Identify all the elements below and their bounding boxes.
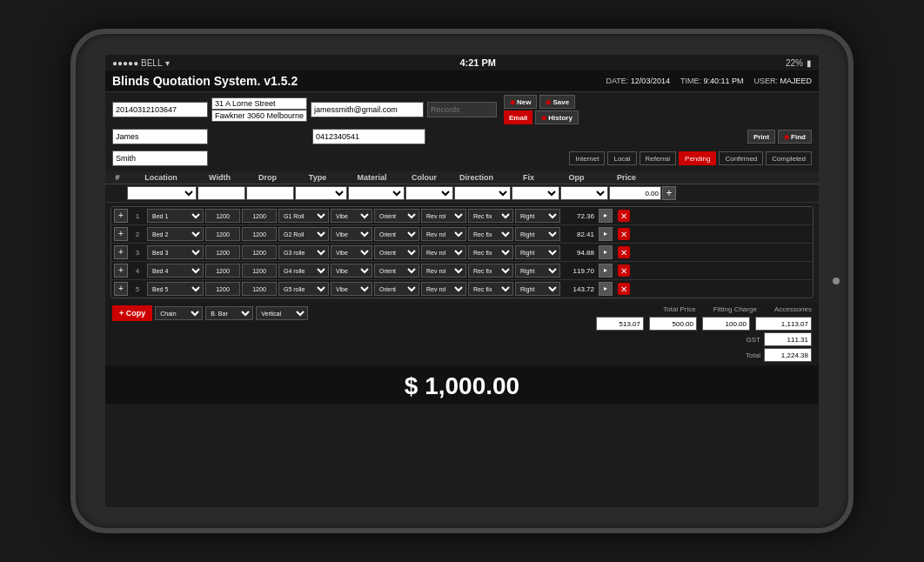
type-select[interactable]: G1 Roll — [278, 209, 329, 223]
row-expand-btn[interactable]: ▸ — [599, 209, 613, 223]
width-input[interactable] — [205, 227, 240, 241]
direction-select[interactable]: Rev rol — [421, 245, 466, 259]
vertical-select[interactable]: Vertical — [256, 306, 308, 320]
record-id-input[interactable] — [112, 102, 208, 117]
row-expand-btn[interactable]: ▸ — [599, 264, 613, 278]
new-material-select[interactable] — [348, 186, 405, 200]
location-select[interactable]: Bed 2 — [147, 227, 204, 241]
new-type-select[interactable] — [295, 186, 347, 200]
width-input[interactable] — [205, 282, 240, 296]
confirmed-btn[interactable]: Confirmed — [719, 151, 763, 165]
direction-select[interactable]: Rev rol — [421, 282, 466, 296]
address-line2-input[interactable] — [211, 110, 307, 122]
email-button[interactable]: Email — [504, 110, 532, 124]
new-drop-input[interactable] — [246, 186, 294, 200]
drop-input[interactable] — [242, 282, 277, 296]
fix-select[interactable]: Rec fix — [468, 264, 513, 278]
direction-select[interactable]: Rev rol — [421, 209, 466, 223]
chain-select[interactable]: Chain — [155, 306, 203, 320]
row-add-btn[interactable]: + — [114, 245, 128, 259]
address-line1-input[interactable] — [211, 97, 307, 110]
material-select[interactable]: Vibe — [331, 264, 372, 278]
new-location-select[interactable] — [127, 186, 197, 200]
row-expand-btn[interactable]: ▸ — [599, 245, 613, 259]
location-select[interactable]: Bed 1 — [147, 209, 204, 223]
fitting-input[interactable] — [649, 317, 697, 331]
records-input[interactable] — [427, 102, 497, 117]
pending-btn[interactable]: Pending — [679, 151, 716, 165]
row-expand-btn[interactable]: ▸ — [599, 227, 613, 241]
bbar-select[interactable]: B. Bar — [205, 306, 253, 320]
fix-select[interactable]: Rec fix — [468, 282, 513, 296]
phone-input[interactable] — [312, 129, 425, 144]
colour-select[interactable]: Orient — [374, 264, 419, 278]
colour-select[interactable]: Orient — [374, 245, 419, 259]
fix-select[interactable]: Rec fix — [468, 227, 513, 241]
row-add-btn[interactable]: + — [114, 282, 128, 296]
direction-select[interactable]: Rev rol — [421, 227, 466, 241]
new-width-input[interactable] — [198, 186, 245, 200]
new-price-input[interactable] — [609, 186, 661, 200]
row-add-btn[interactable]: + — [114, 264, 128, 278]
colour-select[interactable]: Orient — [374, 282, 419, 296]
row-delete-btn[interactable]: ✕ — [618, 283, 630, 295]
lastname-input[interactable] — [112, 151, 208, 166]
new-direction-select[interactable] — [454, 186, 511, 200]
print-button[interactable]: Print — [747, 130, 775, 144]
location-select[interactable]: Bed 4 — [147, 264, 204, 278]
drop-input[interactable] — [242, 209, 277, 223]
drop-input[interactable] — [242, 245, 277, 259]
new-fix-select[interactable] — [512, 186, 559, 200]
row-delete-btn[interactable]: ✕ — [618, 228, 630, 240]
row-delete-btn[interactable]: ✕ — [618, 264, 630, 277]
gst-input[interactable] — [764, 332, 812, 346]
material-select[interactable]: Vibe — [331, 227, 372, 241]
grand-total-right-input[interactable] — [755, 317, 812, 331]
drop-input[interactable] — [242, 264, 277, 278]
new-button[interactable]: ◆ New — [504, 95, 537, 109]
opp-select[interactable]: Right — [515, 209, 560, 223]
width-input[interactable] — [205, 209, 240, 223]
find-button[interactable]: ◆ Find — [778, 130, 812, 144]
row-add-btn[interactable]: + — [114, 227, 128, 241]
local-btn[interactable]: Local — [607, 151, 636, 165]
direction-select[interactable]: Rev rol — [421, 264, 466, 278]
new-colour-select[interactable] — [405, 186, 453, 200]
drop-input[interactable] — [242, 227, 277, 241]
email-input[interactable] — [311, 102, 424, 117]
history-button[interactable]: ◆ History — [535, 110, 579, 124]
referral-btn[interactable]: Referral — [639, 151, 676, 165]
firstname-input[interactable] — [112, 129, 208, 144]
save-button[interactable]: ◆ Save — [539, 95, 575, 109]
type-select[interactable]: G3 rolle — [278, 245, 329, 259]
location-select[interactable]: Bed 3 — [147, 245, 204, 259]
row-delete-btn[interactable]: ✕ — [618, 210, 630, 222]
row-expand-btn[interactable]: ▸ — [599, 282, 613, 296]
material-select[interactable]: Vibe — [331, 245, 372, 259]
opp-select[interactable]: Right — [515, 282, 560, 296]
location-select[interactable]: Bed 5 — [147, 282, 204, 296]
width-input[interactable] — [205, 264, 240, 278]
type-select[interactable]: G4 rolle — [278, 264, 329, 278]
material-select[interactable]: Vibe — [331, 282, 372, 296]
accessories-input[interactable] — [702, 317, 750, 331]
copy-button[interactable]: + Copy — [112, 305, 152, 321]
colour-select[interactable]: Orient — [374, 209, 419, 223]
fix-select[interactable]: Rec fix — [468, 245, 513, 259]
fix-select[interactable]: Rec fix — [468, 209, 513, 223]
completed-btn[interactable]: Completed — [766, 151, 812, 165]
type-select[interactable]: G2 Roll — [278, 227, 329, 241]
grand-total-input[interactable] — [764, 348, 812, 362]
colour-select[interactable]: Orient — [374, 227, 419, 241]
total-price-input[interactable] — [596, 317, 644, 331]
row-delete-btn[interactable]: ✕ — [618, 246, 630, 258]
new-opp-select[interactable] — [560, 186, 608, 200]
add-row-button[interactable]: + — [662, 186, 676, 200]
width-input[interactable] — [205, 245, 240, 259]
opp-select[interactable]: Right — [515, 264, 560, 278]
internet-btn[interactable]: Internet — [569, 151, 605, 165]
opp-select[interactable]: Right — [515, 227, 560, 241]
material-select[interactable]: Vibe — [331, 209, 372, 223]
opp-select[interactable]: Right — [515, 245, 560, 259]
row-add-btn[interactable]: + — [114, 209, 128, 223]
